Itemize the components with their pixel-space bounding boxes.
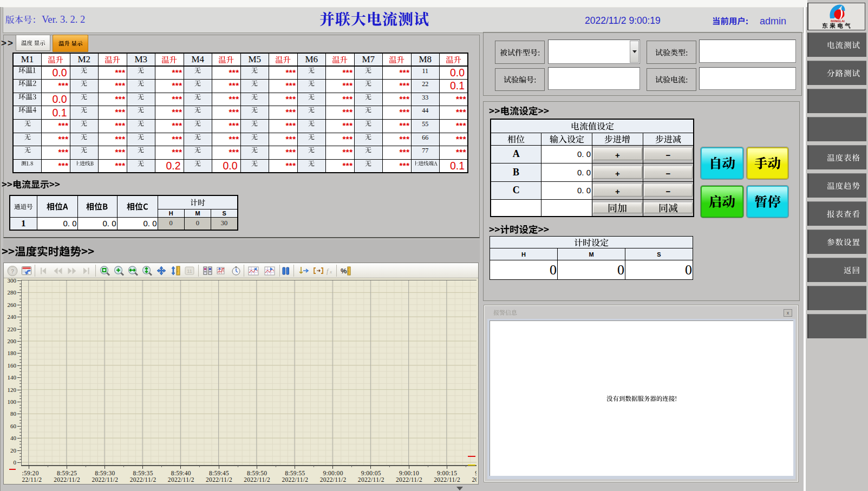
svg-text:11: 11 bbox=[187, 269, 192, 274]
svg-text:x: x bbox=[329, 269, 332, 274]
svg-text:f: f bbox=[327, 267, 329, 275]
svg-text:?: ? bbox=[11, 268, 15, 274]
svg-text:%: % bbox=[341, 267, 347, 275]
